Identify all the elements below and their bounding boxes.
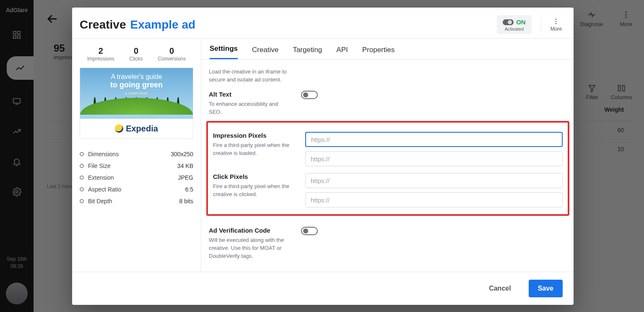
ad-verification-group: Ad Verification Code Will be executed al… xyxy=(209,222,568,262)
alt-text-desc: To enhance accessibility and SEO. xyxy=(209,100,292,116)
alt-text-toggle[interactable] xyxy=(301,91,318,99)
click-pixels-desc: Fire a third-party pixel when the creati… xyxy=(213,183,296,199)
dialog-header: Creative Example ad ON Activated More xyxy=(72,8,574,38)
divider xyxy=(541,18,541,32)
prop-bit-depth: Bit Depth8 bits xyxy=(80,195,193,207)
globe-icon xyxy=(115,124,123,133)
settings-scroll[interactable]: Load the creative in an iframe to secure… xyxy=(201,60,574,272)
dialog-more-button[interactable]: More xyxy=(551,18,562,32)
tab-targeting[interactable]: Targeting xyxy=(293,40,322,59)
tab-creative[interactable]: Creative xyxy=(252,40,278,59)
dialog-title: Creative Example ad xyxy=(80,18,195,31)
svg-point-15 xyxy=(556,21,557,22)
click-pixels-label: Click Pixels xyxy=(213,173,296,180)
alt-text-label: Alt Text xyxy=(209,91,292,98)
click-pixels-group: Click Pixels Fire a third-party pixel wh… xyxy=(213,168,563,209)
click-pixel-input-2[interactable] xyxy=(305,192,563,207)
tab-api[interactable]: API xyxy=(336,40,348,59)
dialog-right-panel: Settings Creative Targeting API Properti… xyxy=(201,39,574,272)
iframe-desc: Load the creative in an iframe to secure… xyxy=(209,68,297,84)
mini-stats: 2Impressions 0Clicks 0Conversions xyxy=(80,46,193,62)
tab-properties[interactable]: Properties xyxy=(362,40,395,59)
creative-dialog: Creative Example ad ON Activated More 2I… xyxy=(72,8,574,305)
prop-dimensions: Dimensions300x250 xyxy=(80,148,193,160)
creative-name: Example ad xyxy=(130,18,196,31)
dialog-footer: Cancel Save xyxy=(72,272,574,305)
ad-verification-desc: Will be executed along with the creative… xyxy=(209,236,292,260)
creative-properties: Dimensions300x250 File Size34 KB Extensi… xyxy=(80,148,193,207)
creative-preview: A traveler's guide to going green ▸ Lear… xyxy=(80,68,193,139)
impression-pixel-input-2[interactable] xyxy=(305,151,563,166)
svg-point-14 xyxy=(556,18,557,20)
prop-file-size: File Size34 KB xyxy=(80,160,193,172)
ad-verification-toggle[interactable] xyxy=(301,227,318,235)
dialog-left-panel: 2Impressions 0Clicks 0Conversions A trav… xyxy=(72,39,201,272)
alt-text-group: Alt Text To enhance accessibility and SE… xyxy=(209,86,568,118)
tab-settings[interactable]: Settings xyxy=(210,39,238,59)
impression-pixel-input-1[interactable] xyxy=(305,132,563,147)
cancel-button[interactable]: Cancel xyxy=(480,280,520,297)
tabs: Settings Creative Targeting API Properti… xyxy=(201,39,574,60)
activated-toggle[interactable]: ON Activated xyxy=(497,15,532,34)
highlighted-pixel-section: Impression Pixels Fire a third-party pix… xyxy=(206,121,569,216)
impression-pixels-desc: Fire a third-party pixel when the creati… xyxy=(213,142,296,157)
ad-verification-label: Ad Verification Code xyxy=(209,227,292,234)
toggle-switch-icon xyxy=(503,19,514,25)
impression-pixels-group: Impression Pixels Fire a third-party pix… xyxy=(213,127,563,168)
click-pixel-input-1[interactable] xyxy=(305,173,563,188)
svg-point-16 xyxy=(556,23,557,24)
save-button[interactable]: Save xyxy=(529,280,563,297)
prop-extension: ExtensionJPEG xyxy=(80,172,193,184)
impression-pixels-label: Impression Pixels xyxy=(213,132,296,139)
prop-aspect-ratio: Aspect Ratio6:5 xyxy=(80,184,193,195)
